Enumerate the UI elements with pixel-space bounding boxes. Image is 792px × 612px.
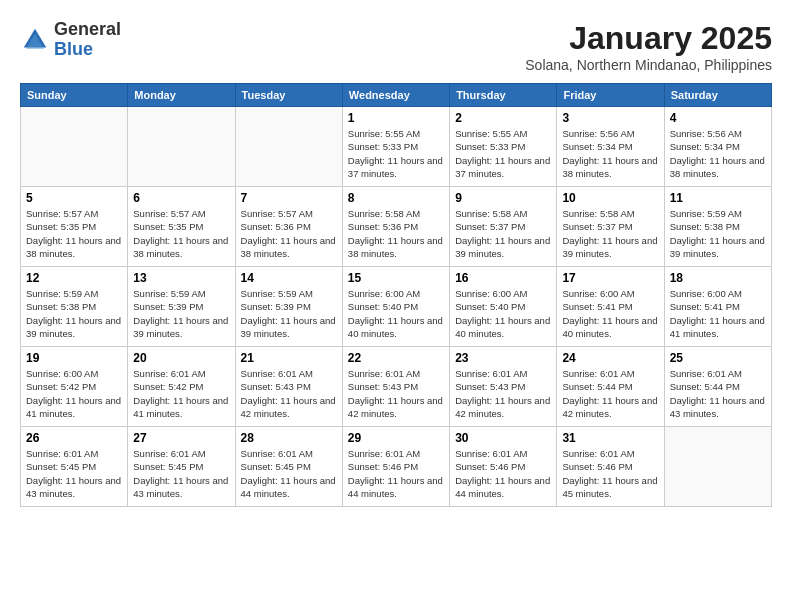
- calendar-cell: 5Sunrise: 5:57 AM Sunset: 5:35 PM Daylig…: [21, 187, 128, 267]
- calendar-week-row: 12Sunrise: 5:59 AM Sunset: 5:38 PM Dayli…: [21, 267, 772, 347]
- calendar-cell: 22Sunrise: 6:01 AM Sunset: 5:43 PM Dayli…: [342, 347, 449, 427]
- day-info: Sunrise: 5:58 AM Sunset: 5:37 PM Dayligh…: [562, 207, 658, 260]
- location-title: Solana, Northern Mindanao, Philippines: [525, 57, 772, 73]
- day-number: 10: [562, 191, 658, 205]
- day-number: 30: [455, 431, 551, 445]
- calendar-cell: 11Sunrise: 5:59 AM Sunset: 5:38 PM Dayli…: [664, 187, 771, 267]
- day-info: Sunrise: 5:59 AM Sunset: 5:39 PM Dayligh…: [241, 287, 337, 340]
- day-number: 18: [670, 271, 766, 285]
- logo-blue: Blue: [54, 40, 121, 60]
- calendar-week-row: 19Sunrise: 6:00 AM Sunset: 5:42 PM Dayli…: [21, 347, 772, 427]
- day-number: 24: [562, 351, 658, 365]
- day-number: 29: [348, 431, 444, 445]
- calendar-cell: 28Sunrise: 6:01 AM Sunset: 5:45 PM Dayli…: [235, 427, 342, 507]
- calendar-cell: 27Sunrise: 6:01 AM Sunset: 5:45 PM Dayli…: [128, 427, 235, 507]
- day-number: 31: [562, 431, 658, 445]
- day-number: 1: [348, 111, 444, 125]
- calendar-cell: 29Sunrise: 6:01 AM Sunset: 5:46 PM Dayli…: [342, 427, 449, 507]
- day-info: Sunrise: 6:00 AM Sunset: 5:40 PM Dayligh…: [455, 287, 551, 340]
- day-number: 28: [241, 431, 337, 445]
- calendar-cell: 31Sunrise: 6:01 AM Sunset: 5:46 PM Dayli…: [557, 427, 664, 507]
- day-info: Sunrise: 6:01 AM Sunset: 5:45 PM Dayligh…: [241, 447, 337, 500]
- day-info: Sunrise: 5:57 AM Sunset: 5:36 PM Dayligh…: [241, 207, 337, 260]
- weekday-header: Tuesday: [235, 84, 342, 107]
- month-title: January 2025: [525, 20, 772, 57]
- day-number: 25: [670, 351, 766, 365]
- day-info: Sunrise: 6:01 AM Sunset: 5:46 PM Dayligh…: [562, 447, 658, 500]
- logo-text: General Blue: [54, 20, 121, 60]
- calendar-cell: 2Sunrise: 5:55 AM Sunset: 5:33 PM Daylig…: [450, 107, 557, 187]
- calendar-cell: 21Sunrise: 6:01 AM Sunset: 5:43 PM Dayli…: [235, 347, 342, 427]
- day-number: 3: [562, 111, 658, 125]
- day-info: Sunrise: 5:57 AM Sunset: 5:35 PM Dayligh…: [26, 207, 122, 260]
- day-number: 13: [133, 271, 229, 285]
- calendar-cell: 10Sunrise: 5:58 AM Sunset: 5:37 PM Dayli…: [557, 187, 664, 267]
- day-number: 14: [241, 271, 337, 285]
- calendar-cell: 18Sunrise: 6:00 AM Sunset: 5:41 PM Dayli…: [664, 267, 771, 347]
- day-info: Sunrise: 6:01 AM Sunset: 5:46 PM Dayligh…: [348, 447, 444, 500]
- calendar-cell: 30Sunrise: 6:01 AM Sunset: 5:46 PM Dayli…: [450, 427, 557, 507]
- day-info: Sunrise: 6:01 AM Sunset: 5:42 PM Dayligh…: [133, 367, 229, 420]
- calendar-cell: 23Sunrise: 6:01 AM Sunset: 5:43 PM Dayli…: [450, 347, 557, 427]
- calendar-cell: [128, 107, 235, 187]
- calendar-cell: 24Sunrise: 6:01 AM Sunset: 5:44 PM Dayli…: [557, 347, 664, 427]
- calendar-cell: 19Sunrise: 6:00 AM Sunset: 5:42 PM Dayli…: [21, 347, 128, 427]
- calendar-week-row: 1Sunrise: 5:55 AM Sunset: 5:33 PM Daylig…: [21, 107, 772, 187]
- day-info: Sunrise: 6:01 AM Sunset: 5:43 PM Dayligh…: [241, 367, 337, 420]
- day-number: 20: [133, 351, 229, 365]
- day-number: 22: [348, 351, 444, 365]
- calendar-cell: [235, 107, 342, 187]
- calendar-cell: 15Sunrise: 6:00 AM Sunset: 5:40 PM Dayli…: [342, 267, 449, 347]
- calendar-cell: 12Sunrise: 5:59 AM Sunset: 5:38 PM Dayli…: [21, 267, 128, 347]
- calendar-cell: 4Sunrise: 5:56 AM Sunset: 5:34 PM Daylig…: [664, 107, 771, 187]
- weekday-header: Friday: [557, 84, 664, 107]
- day-number: 27: [133, 431, 229, 445]
- day-info: Sunrise: 5:59 AM Sunset: 5:38 PM Dayligh…: [26, 287, 122, 340]
- weekday-header: Saturday: [664, 84, 771, 107]
- day-info: Sunrise: 5:55 AM Sunset: 5:33 PM Dayligh…: [348, 127, 444, 180]
- day-info: Sunrise: 5:59 AM Sunset: 5:39 PM Dayligh…: [133, 287, 229, 340]
- day-number: 17: [562, 271, 658, 285]
- logo-general: General: [54, 20, 121, 40]
- day-info: Sunrise: 6:01 AM Sunset: 5:46 PM Dayligh…: [455, 447, 551, 500]
- calendar-week-row: 5Sunrise: 5:57 AM Sunset: 5:35 PM Daylig…: [21, 187, 772, 267]
- day-info: Sunrise: 5:58 AM Sunset: 5:37 PM Dayligh…: [455, 207, 551, 260]
- day-number: 7: [241, 191, 337, 205]
- day-info: Sunrise: 5:56 AM Sunset: 5:34 PM Dayligh…: [562, 127, 658, 180]
- day-number: 21: [241, 351, 337, 365]
- day-number: 6: [133, 191, 229, 205]
- calendar-cell: 13Sunrise: 5:59 AM Sunset: 5:39 PM Dayli…: [128, 267, 235, 347]
- calendar-cell: 6Sunrise: 5:57 AM Sunset: 5:35 PM Daylig…: [128, 187, 235, 267]
- day-info: Sunrise: 6:01 AM Sunset: 5:43 PM Dayligh…: [455, 367, 551, 420]
- title-block: January 2025 Solana, Northern Mindanao, …: [525, 20, 772, 73]
- day-number: 5: [26, 191, 122, 205]
- calendar-cell: [21, 107, 128, 187]
- day-info: Sunrise: 6:00 AM Sunset: 5:41 PM Dayligh…: [670, 287, 766, 340]
- day-info: Sunrise: 6:01 AM Sunset: 5:45 PM Dayligh…: [26, 447, 122, 500]
- calendar-cell: 26Sunrise: 6:01 AM Sunset: 5:45 PM Dayli…: [21, 427, 128, 507]
- day-number: 4: [670, 111, 766, 125]
- logo: General Blue: [20, 20, 121, 60]
- weekday-header: Monday: [128, 84, 235, 107]
- calendar-cell: 17Sunrise: 6:00 AM Sunset: 5:41 PM Dayli…: [557, 267, 664, 347]
- day-info: Sunrise: 6:01 AM Sunset: 5:43 PM Dayligh…: [348, 367, 444, 420]
- logo-icon: [20, 25, 50, 55]
- calendar-cell: 16Sunrise: 6:00 AM Sunset: 5:40 PM Dayli…: [450, 267, 557, 347]
- day-number: 19: [26, 351, 122, 365]
- day-info: Sunrise: 6:01 AM Sunset: 5:44 PM Dayligh…: [670, 367, 766, 420]
- calendar-cell: 9Sunrise: 5:58 AM Sunset: 5:37 PM Daylig…: [450, 187, 557, 267]
- day-info: Sunrise: 5:57 AM Sunset: 5:35 PM Dayligh…: [133, 207, 229, 260]
- day-info: Sunrise: 6:00 AM Sunset: 5:40 PM Dayligh…: [348, 287, 444, 340]
- calendar-cell: 25Sunrise: 6:01 AM Sunset: 5:44 PM Dayli…: [664, 347, 771, 427]
- day-info: Sunrise: 5:56 AM Sunset: 5:34 PM Dayligh…: [670, 127, 766, 180]
- calendar-cell: 8Sunrise: 5:58 AM Sunset: 5:36 PM Daylig…: [342, 187, 449, 267]
- day-number: 23: [455, 351, 551, 365]
- day-info: Sunrise: 6:01 AM Sunset: 5:45 PM Dayligh…: [133, 447, 229, 500]
- day-number: 16: [455, 271, 551, 285]
- day-info: Sunrise: 6:01 AM Sunset: 5:44 PM Dayligh…: [562, 367, 658, 420]
- weekday-header: Thursday: [450, 84, 557, 107]
- day-info: Sunrise: 5:59 AM Sunset: 5:38 PM Dayligh…: [670, 207, 766, 260]
- day-info: Sunrise: 5:55 AM Sunset: 5:33 PM Dayligh…: [455, 127, 551, 180]
- day-number: 15: [348, 271, 444, 285]
- day-number: 12: [26, 271, 122, 285]
